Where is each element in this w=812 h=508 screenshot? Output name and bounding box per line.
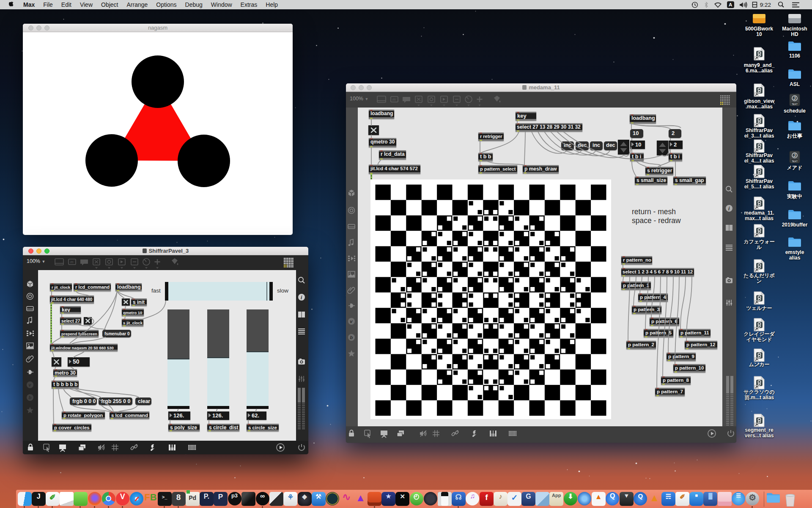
svg-text:J: J	[793, 96, 796, 101]
svg-text:b: b	[350, 335, 353, 340]
svg-text:TEXT: TEXT	[792, 103, 798, 105]
svg-text:b: b	[29, 395, 32, 400]
svg-text:v: v	[28, 382, 31, 387]
svg-text:m: m	[392, 97, 396, 102]
svg-text:v: v	[350, 319, 353, 324]
svg-text:J: J	[793, 153, 796, 158]
svg-text:m: m	[70, 260, 74, 264]
svg-text:TEXT: TEXT	[792, 160, 798, 163]
